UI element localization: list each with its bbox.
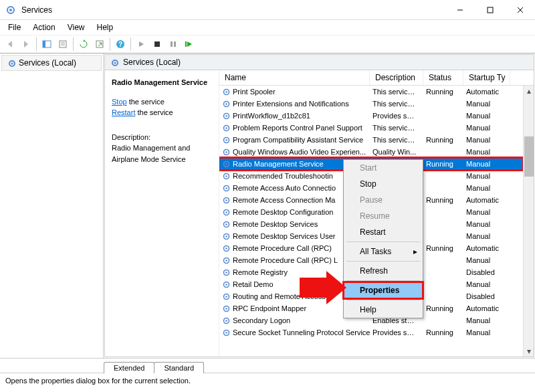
svg-rect-8 bbox=[60, 41, 66, 47]
back-button bbox=[3, 37, 17, 52]
svg-rect-18 bbox=[185, 41, 187, 47]
col-startup-type[interactable]: Startup Ty bbox=[463, 70, 510, 85]
menu-properties[interactable]: Properties bbox=[344, 282, 423, 298]
content-header: Services (Local) bbox=[105, 55, 534, 70]
menu-all-tasks[interactable]: All Tasks▸ bbox=[344, 243, 423, 260]
svg-point-50 bbox=[225, 248, 227, 250]
service-row[interactable]: Print SpoolerThis service ...RunningAuto… bbox=[219, 86, 523, 98]
cell-startup-type: Automatic bbox=[463, 304, 510, 312]
menu-help[interactable]: Help bbox=[92, 21, 119, 33]
gear-icon bbox=[7, 59, 16, 68]
svg-rect-17 bbox=[174, 41, 176, 47]
tree-root-label: Services (Local) bbox=[19, 58, 76, 68]
main-area: Services (Local) Services (Local) Radio … bbox=[0, 54, 535, 358]
col-description[interactable]: Description bbox=[370, 70, 423, 85]
stop-service-button[interactable] bbox=[150, 37, 165, 52]
stop-link[interactable]: Stop bbox=[112, 98, 127, 106]
menu-action[interactable]: Action bbox=[27, 21, 60, 33]
tab-extended[interactable]: Extended bbox=[104, 362, 154, 373]
menu-refresh[interactable]: Refresh bbox=[344, 263, 423, 279]
cell-name: Printer Extensions and Notifications bbox=[219, 100, 370, 108]
cell-name: Problem Reports Control Panel Support bbox=[219, 124, 370, 132]
cell-status: Running bbox=[423, 196, 463, 204]
gear-icon bbox=[222, 280, 231, 289]
service-row[interactable]: Printer Extensions and NotificationsThis… bbox=[219, 98, 523, 110]
svg-point-22 bbox=[114, 62, 116, 64]
service-row[interactable]: Secure Socket Tunneling Protocol Service… bbox=[219, 326, 523, 338]
gear-icon bbox=[222, 292, 231, 301]
cell-startup-type: Manual bbox=[463, 280, 510, 288]
refresh-button[interactable] bbox=[76, 37, 91, 52]
gear-icon bbox=[222, 304, 231, 313]
svg-point-38 bbox=[225, 175, 227, 177]
menu-view[interactable]: View bbox=[62, 21, 90, 33]
scroll-thumb[interactable] bbox=[524, 136, 534, 177]
separator bbox=[130, 37, 131, 51]
menu-resume: Resume bbox=[344, 208, 423, 224]
help-button[interactable]: ? bbox=[113, 37, 128, 52]
gear-icon bbox=[222, 244, 231, 253]
forward-button bbox=[19, 37, 33, 52]
col-name[interactable]: Name bbox=[219, 70, 370, 85]
svg-point-44 bbox=[225, 211, 227, 213]
svg-text:?: ? bbox=[118, 41, 122, 48]
start-service-button bbox=[134, 37, 148, 52]
gear-icon bbox=[110, 58, 119, 67]
cell-startup-type: Manual bbox=[463, 232, 510, 240]
gear-icon bbox=[222, 100, 231, 108]
svg-point-40 bbox=[225, 187, 227, 189]
menu-restart[interactable]: Restart bbox=[344, 224, 423, 240]
cell-startup-type: Disabled bbox=[463, 268, 510, 276]
cell-status: Running bbox=[423, 88, 463, 96]
content-pane: Services (Local) Radio Management Servic… bbox=[104, 54, 534, 357]
cell-name: Secure Socket Tunneling Protocol Service bbox=[219, 328, 370, 337]
stop-link-line: Stop the service bbox=[112, 96, 213, 108]
submenu-arrow-icon: ▸ bbox=[413, 247, 417, 256]
cell-description: This service ... bbox=[370, 100, 423, 108]
service-list: Name Description Status Startup Ty Print… bbox=[219, 70, 534, 357]
svg-point-34 bbox=[225, 151, 227, 153]
close-button[interactable] bbox=[505, 0, 535, 20]
svg-point-54 bbox=[225, 272, 227, 274]
svg-point-64 bbox=[225, 332, 227, 334]
svg-point-32 bbox=[225, 139, 227, 141]
title-bar: Services bbox=[0, 0, 535, 20]
toolbar: ? bbox=[0, 35, 535, 54]
menu-bar: File Action View Help bbox=[0, 20, 535, 35]
menu-start: Start bbox=[344, 160, 423, 176]
scroll-down-icon[interactable]: ▾ bbox=[524, 346, 534, 357]
properties-button[interactable] bbox=[56, 37, 70, 52]
description-label: Description: bbox=[112, 132, 213, 143]
tree-root[interactable]: Services (Local) bbox=[1, 55, 102, 71]
service-row[interactable]: Quality Windows Audio Video Experien...Q… bbox=[219, 146, 523, 158]
col-status[interactable]: Status bbox=[423, 70, 463, 85]
export-button[interactable] bbox=[92, 37, 107, 52]
gear-icon bbox=[222, 88, 231, 96]
menu-help[interactable]: Help bbox=[344, 302, 423, 318]
svg-point-48 bbox=[225, 235, 227, 237]
cell-description: Provides sup... bbox=[370, 112, 423, 120]
tree-pane: Services (Local) bbox=[0, 54, 104, 358]
restart-service-button[interactable] bbox=[182, 37, 197, 52]
menu-file[interactable]: File bbox=[3, 21, 26, 33]
description-text: Radio Management and Airplane Mode Servi… bbox=[112, 142, 213, 165]
maximize-button[interactable] bbox=[475, 0, 505, 20]
restart-link[interactable]: Restart bbox=[112, 108, 135, 116]
gear-icon bbox=[222, 184, 231, 193]
gear-icon bbox=[222, 196, 231, 205]
service-row[interactable]: PrintWorkflow_d1b2c81Provides sup...Manu… bbox=[219, 110, 523, 122]
gear-icon bbox=[222, 232, 231, 241]
content-body: Radio Management Service Stop the servic… bbox=[105, 70, 534, 357]
service-row[interactable]: Problem Reports Control Panel SupportThi… bbox=[219, 122, 523, 134]
tab-standard[interactable]: Standard bbox=[154, 362, 204, 373]
scroll-up-icon[interactable]: ▴ bbox=[524, 86, 534, 96]
cell-startup-type: Manual bbox=[463, 112, 510, 120]
service-row[interactable]: Program Compatibility Assistant ServiceT… bbox=[219, 134, 523, 146]
cell-startup-type: Manual bbox=[463, 160, 510, 168]
detail-panel: Radio Management Service Stop the servic… bbox=[105, 70, 219, 357]
menu-stop[interactable]: Stop bbox=[344, 176, 423, 192]
show-hide-tree-button[interactable] bbox=[39, 37, 54, 52]
vertical-scrollbar[interactable]: ▴ ▾ bbox=[523, 86, 534, 357]
svg-point-24 bbox=[225, 91, 227, 93]
minimize-button[interactable] bbox=[445, 0, 475, 20]
